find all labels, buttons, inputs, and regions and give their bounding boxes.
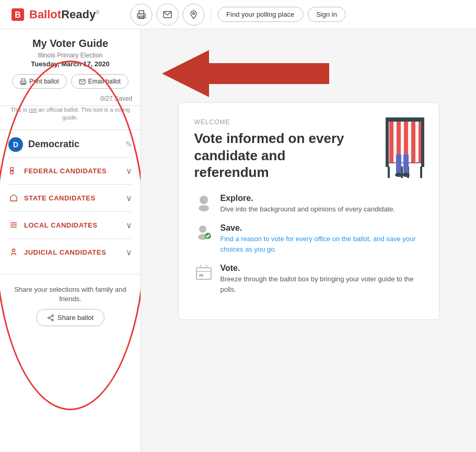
- svg-point-39: [200, 196, 208, 204]
- local-chevron-icon: ∨: [126, 220, 132, 230]
- judicial-icon: [8, 248, 19, 256]
- ballot-actions: Print ballot Email ballot: [8, 74, 132, 89]
- svg-line-19: [50, 318, 52, 319]
- header-divider: [211, 7, 211, 22]
- explore-icon: [194, 194, 213, 212]
- feature-explore: Explore. Dive into the background and op…: [194, 194, 423, 215]
- welcome-card: WELCOME Vote informed on every candidate…: [178, 102, 439, 320]
- red-arrow: [162, 50, 329, 99]
- svg-rect-46: [199, 274, 203, 277]
- explore-desc: Dive into the background and opinions of…: [220, 204, 423, 215]
- sidebar-date: Tuesday, March 17, 2020: [8, 60, 132, 68]
- state-chevron-icon: ∨: [126, 193, 132, 203]
- feature-vote: Vote. Breeze through the ballot box by b…: [194, 264, 423, 294]
- party-badge: D: [8, 137, 23, 152]
- svg-point-7: [192, 12, 194, 14]
- sidebar-disclaimer: This is not an official ballot. This too…: [8, 106, 132, 122]
- svg-line-20: [50, 316, 52, 317]
- save-icon: [194, 223, 213, 242]
- booth-illustration: [381, 113, 428, 181]
- party-row: D Democratic ✎: [8, 130, 132, 157]
- email-ballot-label: Email ballot: [88, 78, 121, 85]
- share-ballot-button[interactable]: Share ballot: [36, 309, 105, 326]
- svg-rect-8: [21, 79, 25, 81]
- logo-text: BallotReady®: [29, 8, 100, 21]
- svg-rect-23: [389, 118, 393, 163]
- save-title: Save.: [220, 223, 423, 233]
- sidebar-inner: My Voter Guide Illinois Primary Election…: [0, 29, 141, 274]
- logo-reg: ®: [96, 9, 99, 15]
- email-ballot-button[interactable]: Email ballot: [71, 74, 129, 89]
- explore-text: Explore. Dive into the background and op…: [220, 194, 423, 215]
- sidebar: My Voter Guide Illinois Primary Election…: [0, 29, 141, 452]
- print-ballot-button[interactable]: Print ballot: [12, 74, 67, 89]
- feature-save: Save. Find a reason to vote for every of…: [194, 223, 423, 254]
- vote-title: Vote.: [220, 264, 423, 273]
- svg-point-17: [48, 317, 50, 319]
- vote-desc: Breeze through the ballot box by bringin…: [220, 274, 423, 294]
- svg-rect-35: [396, 154, 401, 175]
- federal-chevron-icon: ∨: [126, 166, 132, 176]
- svg-rect-36: [403, 154, 409, 175]
- vote-text: Vote. Breeze through the ballot box by b…: [220, 264, 423, 294]
- svg-point-5: [143, 15, 144, 16]
- email-header-button[interactable]: [156, 4, 178, 26]
- party-name: Democratic: [28, 139, 120, 150]
- svg-rect-28: [386, 117, 424, 122]
- find-polling-place-button[interactable]: Find your polling place: [217, 7, 303, 22]
- judicial-candidates-label: JUDICIAL CANDIDATES: [24, 248, 126, 256]
- state-candidates-label: STATE CANDIDATES: [24, 194, 126, 202]
- content-area: WELCOME Vote informed on every candidate…: [141, 29, 476, 452]
- svg-point-37: [395, 173, 402, 177]
- judicial-candidates-section[interactable]: JUDICIAL CANDIDATES ∨: [8, 239, 132, 266]
- federal-candidates-section[interactable]: FEDERAL CANDIDATES ∨: [8, 157, 132, 184]
- sign-in-button[interactable]: Sign in: [307, 7, 346, 22]
- svg-point-40: [199, 205, 209, 211]
- save-text: Save. Find a reason to vote for every of…: [220, 223, 423, 254]
- vote-icon: [194, 264, 213, 282]
- judicial-chevron-icon: ∨: [126, 247, 132, 257]
- share-ballot-label: Share ballot: [57, 314, 94, 322]
- svg-rect-30: [421, 117, 424, 167]
- logo: B BallotReady®: [10, 7, 100, 22]
- svg-point-41: [199, 225, 206, 233]
- sidebar-bottom: Share your selections with family and fr…: [0, 274, 141, 335]
- svg-rect-44: [196, 268, 211, 279]
- svg-rect-26: [411, 118, 415, 163]
- state-icon: [8, 194, 19, 202]
- svg-rect-29: [386, 117, 389, 167]
- header-icon-group: Find your polling place Sign in: [130, 4, 346, 26]
- svg-rect-2: [139, 10, 144, 14]
- svg-rect-13: [10, 171, 13, 174]
- svg-point-16: [52, 315, 54, 317]
- svg-rect-31: [388, 166, 390, 178]
- svg-point-18: [52, 319, 54, 321]
- print-ballot-label: Print ballot: [29, 78, 59, 85]
- svg-point-38: [402, 173, 410, 177]
- svg-rect-34: [420, 166, 422, 178]
- print-header-button[interactable]: [130, 4, 152, 26]
- logo-icon: B: [10, 7, 25, 22]
- local-candidates-section[interactable]: LOCAL CANDIDATES ∨: [8, 211, 132, 239]
- local-icon: [8, 221, 19, 229]
- federal-candidates-label: FEDERAL CANDIDATES: [24, 167, 126, 175]
- svg-point-15: [12, 249, 15, 252]
- share-text: Share your selections with family and fr…: [8, 285, 132, 304]
- edit-party-icon[interactable]: ✎: [125, 139, 132, 149]
- svg-text:B: B: [15, 10, 21, 19]
- header: B BallotReady® Find your polling place S…: [0, 0, 476, 29]
- explore-title: Explore.: [220, 194, 423, 203]
- svg-marker-21: [162, 50, 329, 97]
- state-candidates-section[interactable]: STATE CANDIDATES ∨: [8, 184, 132, 211]
- save-desc: Find a reason to vote for every office o…: [220, 234, 423, 254]
- local-candidates-label: LOCAL CANDIDATES: [24, 221, 126, 229]
- location-header-button[interactable]: [182, 4, 204, 26]
- sidebar-election: Illinois Primary Election: [8, 52, 132, 59]
- svg-rect-12: [10, 168, 13, 170]
- main-layout: My Voter Guide Illinois Primary Election…: [0, 29, 476, 452]
- sidebar-title: My Voter Guide: [8, 38, 132, 50]
- welcome-title: Vote informed on every candidate and ref…: [194, 130, 362, 181]
- federal-icon: [8, 166, 19, 175]
- saved-count: 0/27 Saved: [8, 95, 132, 102]
- svg-marker-14: [10, 195, 17, 201]
